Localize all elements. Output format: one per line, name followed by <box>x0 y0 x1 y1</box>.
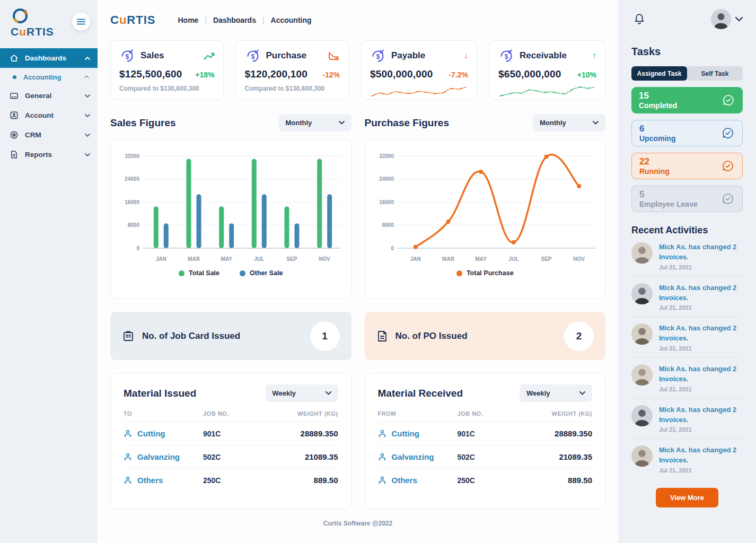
svg-text:JAN: JAN <box>156 256 166 262</box>
material-received-card: Material Received Weekly FROM JOB NO. WE… <box>365 373 606 509</box>
hamburger-menu-button[interactable] <box>72 13 90 31</box>
select-value: Weekly <box>272 389 296 397</box>
task-label: Upcoming <box>639 134 675 143</box>
sidebar-item-label: Account <box>25 111 54 119</box>
material-name-link[interactable]: Others <box>378 476 458 485</box>
task-count: 22 <box>639 156 670 167</box>
breadcrumb-home[interactable]: Home <box>178 16 198 24</box>
notification-bell-button[interactable] <box>631 11 647 28</box>
report-document-icon <box>10 150 19 159</box>
bell-icon <box>634 13 645 25</box>
user-menu[interactable] <box>711 9 743 29</box>
stat-amount: $125,500,600 <box>119 68 182 80</box>
svg-text:24000: 24000 <box>125 176 139 182</box>
activity-text[interactable]: Mick As. has changed 2 Invoices. <box>659 283 743 303</box>
avatar <box>631 283 653 304</box>
sidebar-item-reports[interactable]: Reports <box>0 145 98 164</box>
job-no: 502C <box>203 453 264 461</box>
stat-title: Receivable <box>520 50 567 61</box>
column-header: WEIGHT (KG) <box>518 410 593 417</box>
crm-target-icon <box>10 130 19 139</box>
table-row: Others 250C 889.50 <box>378 469 593 492</box>
hamburger-icon <box>77 19 85 25</box>
material-received-period-select[interactable]: Weekly <box>520 384 592 402</box>
check-circle-icon <box>722 93 735 107</box>
task-card-completed[interactable]: 15 Completed <box>631 87 743 113</box>
material-name-link[interactable]: Others <box>124 476 203 485</box>
stat-card-receivable: $ Receivable ↑ $650,000,000 +10% <box>489 40 605 100</box>
user-avatar[interactable] <box>711 9 731 29</box>
sidebar-item-dashboards[interactable]: Dashboards <box>0 48 98 68</box>
recent-activities-title: Recent Activities <box>631 225 743 236</box>
sidebar-item-crm[interactable]: CRM <box>0 125 98 145</box>
sidebar-menu: Dashboards Accounting General Account CR… <box>0 48 98 164</box>
material-name: Cutting <box>392 429 419 438</box>
svg-text:JUL: JUL <box>508 256 518 262</box>
purchase-chart-legend: Total Purchase <box>370 269 601 277</box>
svg-text:16000: 16000 <box>125 199 139 205</box>
tab-self-task[interactable]: Self Task <box>687 66 743 81</box>
weight: 889.50 <box>264 476 338 485</box>
curtis-logo-mark-icon <box>11 6 30 25</box>
sales-period-select[interactable]: Monthly <box>279 114 351 132</box>
stat-percent: -12% <box>322 71 340 79</box>
material-name-link[interactable]: Galvanzing <box>124 452 203 461</box>
legend-dot-icon <box>179 270 184 276</box>
activity-text[interactable]: Mick As. has changed 2 Invoices. <box>659 445 743 466</box>
sidebar-item-account[interactable]: Account <box>0 106 98 125</box>
material-issued-period-select[interactable]: Weekly <box>266 384 338 402</box>
process-machine-icon <box>124 453 132 461</box>
svg-text:MAR: MAR <box>442 256 455 262</box>
tab-assigned-task[interactable]: Assigned Task <box>631 66 687 81</box>
activity-item: Mick As. has changed 2 Invoices. Jul 21,… <box>631 317 743 358</box>
view-more-button[interactable]: View More <box>656 488 718 507</box>
activity-item: Mick As. has changed 2 Invoices. Jul 21,… <box>631 277 743 318</box>
sidebar-item-general[interactable]: General <box>0 86 98 106</box>
purchase-period-select[interactable]: Monthly <box>533 114 605 132</box>
legend-item: Total Sale <box>179 269 219 277</box>
material-name-link[interactable]: Cutting <box>124 429 203 438</box>
home-icon <box>10 54 19 63</box>
legend-dot-icon <box>240 270 245 276</box>
stat-amount: $500,000,000 <box>370 68 433 80</box>
sidebar-item-label: Reports <box>25 151 52 159</box>
stat-title: Purchase <box>266 50 307 61</box>
banner-label: No. of Job Card Issued <box>142 331 240 341</box>
task-card-upcoming[interactable]: 6 Upcoming <box>631 120 743 146</box>
stat-cards-row: $ Sales $125,500,600 +18% Compared to $1… <box>110 40 605 100</box>
table-row: Cutting 901C 28889.350 <box>124 422 338 445</box>
material-name-link[interactable]: Cutting <box>378 429 458 438</box>
chevron-up-icon <box>84 75 89 78</box>
process-machine-icon <box>124 476 132 485</box>
footer-text: Curtis Software @2022 <box>110 520 605 527</box>
breadcrumb-dashboards[interactable]: Dashboards <box>213 16 256 24</box>
activity-text[interactable]: Mick As. has changed 2 Invoices. <box>659 242 743 262</box>
sidebar-subitem-label: Accounting <box>23 73 61 81</box>
activity-text[interactable]: Mick As. has changed 2 Invoices. <box>659 364 743 384</box>
svg-text:SEP: SEP <box>286 256 297 262</box>
activity-text[interactable]: Mick As. has changed 2 Invoices. <box>659 405 743 425</box>
svg-text:$: $ <box>251 53 254 60</box>
svg-text:0: 0 <box>136 246 139 251</box>
chevron-down-icon <box>85 153 90 156</box>
stat-card-sales: $ Sales $125,500,600 +18% Compared to $1… <box>110 40 224 100</box>
weight: 28889.350 <box>264 429 338 438</box>
svg-text:24000: 24000 <box>379 176 394 182</box>
main-content: CuRTIS Home | Dashboards | Accounting $ … <box>98 0 618 543</box>
material-received-title: Material Received <box>378 388 463 399</box>
activity-item: Mick As. has changed 2 Invoices. Jul 21,… <box>631 399 743 440</box>
job-no: 250C <box>203 476 264 485</box>
material-name-link[interactable]: Galvanzing <box>378 452 458 461</box>
stat-percent: +18% <box>195 71 214 79</box>
sidebar-item-accounting[interactable]: Accounting <box>0 68 98 86</box>
breadcrumb-accounting[interactable]: Accounting <box>271 16 312 24</box>
chevron-down-icon[interactable] <box>735 17 743 21</box>
process-machine-icon <box>378 453 386 461</box>
stat-note: Compared to $130,600,300 <box>245 85 340 92</box>
task-count: 15 <box>639 91 677 101</box>
trend-up-chart-icon <box>203 51 215 60</box>
activity-text[interactable]: Mick As. has changed 2 Invoices. <box>659 323 743 344</box>
task-card-employee-leave[interactable]: 5 Employee Leave <box>631 186 743 212</box>
task-count: 6 <box>639 124 675 134</box>
task-card-running[interactable]: 22 Running <box>631 153 743 179</box>
